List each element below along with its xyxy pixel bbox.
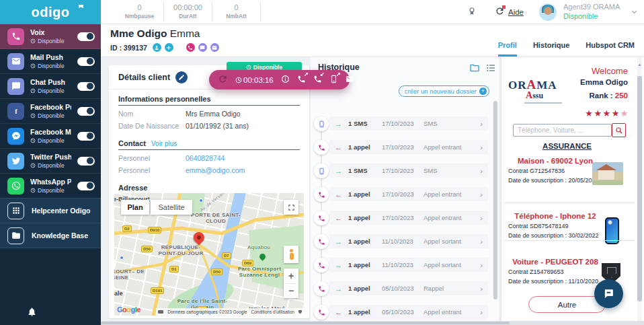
map-label: RÉPUBLIQUE- POINT-DU-JOUR — [151, 244, 210, 256]
history-scrollbar[interactable] — [493, 101, 497, 320]
google-map[interactable]: e-Billancourt Av. de Versailles PORTE DE… — [114, 193, 304, 316]
history-event-row[interactable]: → 1 appel 11/10/2023 Appel sortant › — [329, 234, 488, 248]
incoming-call-icon[interactable]: ↙ — [313, 75, 322, 85]
channel-toggle[interactable] — [77, 32, 95, 41]
event-count: 1 appel — [348, 261, 378, 268]
history-event-row[interactable]: → 1 appel 11/10/2023 Appel sortant › — [329, 258, 488, 272]
call-timer-value: 00:03:16 — [243, 76, 274, 84]
channel-list: Voix Disponible Mail Push Disponible Cha… — [0, 24, 101, 198]
client-id: ID : 399137 — [110, 44, 147, 52]
history-event-row[interactable]: ← 1 appel 05/10/2023 Appel entrant › — [329, 305, 488, 319]
toggle-knob — [87, 83, 93, 89]
contract-card[interactable]: Maison - 69002 Lyon Contrat G712547836 D… — [501, 157, 633, 184]
call-client-icon[interactable] — [186, 43, 195, 52]
sidebar-channel-item[interactable]: Facebook Messen... Disponible — [0, 124, 101, 149]
map-plan-button[interactable]: Plan — [121, 200, 149, 215]
google-logo[interactable]: Google — [117, 305, 140, 314]
history-event-row[interactable]: ← 1 appel 17/10/2023 Appel entrant › — [329, 140, 488, 154]
sidebar-tool-item[interactable]: Knowledge Base — [0, 223, 101, 248]
chat-fab-button[interactable] — [594, 279, 623, 308]
crm-search-button[interactable] — [612, 123, 626, 137]
sidebar-channel-item[interactable]: Chat Push Disponible — [0, 74, 101, 99]
chevron-right-icon: › — [480, 261, 483, 269]
keyboard-icon[interactable] — [158, 310, 163, 314]
award-ribbon-icon[interactable] — [467, 6, 477, 17]
outgoing-call-icon[interactable]: ↗ — [297, 75, 306, 85]
mail-client-icon[interactable] — [210, 43, 219, 52]
history-event-row[interactable]: ← 1 appel 17/10/2023 Appel entrant › — [329, 211, 488, 225]
scroll-up-arrow-icon[interactable]: ▲ — [637, 63, 642, 67]
history-event-row[interactable]: → 1 appel 05/10/2023 Rappel › — [329, 281, 488, 295]
sidebar-channel-item[interactable]: Twitter Push Disponible — [0, 149, 101, 174]
help-label[interactable]: Aide — [508, 8, 524, 16]
create-folder-button[interactable]: créer un nouveau dossier + — [399, 85, 489, 97]
map-zoom-controls[interactable]: +− — [284, 268, 298, 298]
history-event-row[interactable]: ← 1 appel 17/10/2023 Appel entrant › — [329, 187, 488, 201]
channel-toggle[interactable] — [77, 182, 95, 190]
counter-label: Nmbpause — [116, 13, 163, 20]
scrollbar-thumb[interactable] — [637, 76, 642, 301]
divider — [504, 203, 635, 203]
chevron-right-icon: › — [480, 167, 483, 175]
tab-historique[interactable]: Historique — [533, 37, 569, 57]
agent-avatar[interactable] — [539, 3, 557, 21]
crm-search-input[interactable] — [513, 124, 612, 137]
agent-menu-chevron-icon[interactable] — [631, 8, 638, 15]
sidebar-tool-item[interactable]: Helpcenter Odigo — [0, 198, 101, 223]
channel-toggle[interactable] — [77, 82, 95, 91]
history-event-row[interactable]: → 1 SMS 17/10/2023 SMS › — [329, 116, 488, 131]
list-view-icon[interactable] — [485, 63, 496, 75]
add-client-icon[interactable] — [165, 43, 173, 52]
tab-profil[interactable]: Profil — [498, 37, 517, 57]
map-satellite-button[interactable]: Satellite — [151, 200, 192, 215]
send-email-icon[interactable] — [346, 75, 354, 85]
star-icon: ★ — [585, 108, 594, 118]
see-more-link[interactable]: Voir plus — [151, 140, 177, 147]
client-profile-icon[interactable] — [153, 43, 161, 52]
send-sms-icon[interactable]: ↗ — [329, 75, 338, 85]
detail-row: Personnel emma@odigo.com — [118, 166, 300, 174]
channel-label: Facebook Push — [30, 103, 71, 111]
horizontal-scrollbar[interactable] — [101, 321, 644, 325]
tab-hubspot-crm[interactable]: Hubspot CRM — [586, 37, 635, 57]
folder-view-icon[interactable] — [469, 63, 480, 75]
channel-toggle[interactable] — [77, 57, 95, 66]
field-label: Nom — [118, 110, 186, 118]
call-refresh-icon[interactable] — [218, 74, 228, 85]
scrollbar-thumb[interactable] — [493, 101, 497, 299]
house-photo — [592, 162, 623, 185]
history-event-row[interactable]: → 1 SMS 17/10/2023 SMS › — [329, 164, 488, 178]
phone-link[interactable]: 0640828744 — [186, 154, 225, 162]
tool-icon — [7, 227, 24, 244]
email-link[interactable]: emma@odigo.com — [186, 166, 245, 174]
channel-toggle[interactable] — [77, 157, 95, 166]
map-pegman-button[interactable] — [284, 246, 298, 263]
section-title: Informations personnelles — [118, 95, 211, 103]
sidebar-channel-item[interactable]: Facebook Push Disponible — [0, 99, 101, 124]
map-fullscreen-button[interactable] — [284, 200, 298, 215]
brand-text: ssu — [532, 91, 543, 100]
tool-list: Helpcenter Odigo Knowledge Base — [0, 198, 101, 248]
map-label: PORTE DE SAINT-CLOUD — [190, 212, 242, 224]
zoom-in-button[interactable]: + — [288, 269, 294, 283]
help-button[interactable]: Aide — [495, 6, 524, 17]
client-header: Mme Odigo Emma ID : 399137 Profil Histor… — [101, 24, 644, 57]
chevron-right-icon: › — [480, 214, 483, 222]
agent-name: Agent39 ORAMA — [563, 3, 620, 11]
call-info-icon[interactable] — [281, 75, 290, 85]
sidebar-channel-item[interactable]: Voix Disponible — [0, 24, 101, 49]
sidebar-channel-item[interactable]: WhatsApp Push Disponible — [0, 174, 101, 198]
scrollbar-thumb[interactable] — [101, 322, 510, 324]
channel-toggle[interactable] — [77, 132, 95, 141]
client-name-main: Mme Odigo — [110, 28, 167, 39]
report-error-icon[interactable] — [298, 310, 302, 314]
contract-card[interactable]: Téléphone - Iphone 12 Contrat SD87547814… — [501, 212, 633, 239]
terms-link[interactable]: Conditions d'utilisation — [251, 310, 294, 314]
chat-client-icon[interactable] — [198, 43, 207, 52]
zoom-out-button[interactable]: − — [288, 284, 294, 298]
channel-toggle[interactable] — [77, 107, 95, 116]
other-contract-button[interactable]: Autre — [528, 296, 606, 313]
notifications-bell-icon[interactable] — [27, 307, 37, 317]
edit-details-button[interactable] — [175, 71, 188, 83]
sidebar-channel-item[interactable]: Mail Push Disponible — [0, 49, 101, 74]
